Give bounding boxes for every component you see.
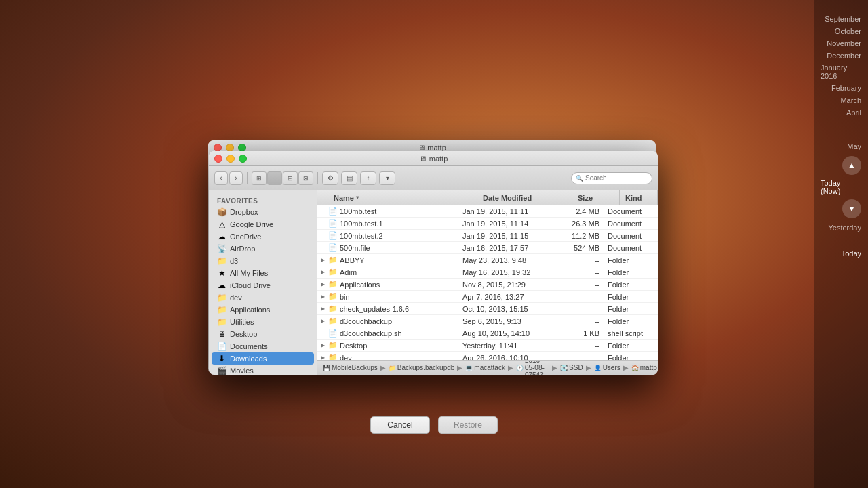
month-september: September	[825, 14, 861, 24]
sidebar-item-applications[interactable]: 📁 Applications	[212, 304, 314, 316]
month-october: October	[835, 26, 861, 37]
search-box[interactable]: 🔍	[571, 172, 652, 184]
users-icon: 👤	[594, 365, 601, 371]
file-area: Name ▾ Date Modified Size Kind 📄	[317, 190, 658, 375]
file-kind: shell script	[599, 329, 658, 338]
sidebar-item-icloud-drive[interactable]: ☁ iCloud Drive	[212, 279, 314, 291]
label-may: May	[847, 141, 861, 152]
sidebar-item-dropbox[interactable]: 📦 Dropbox	[212, 206, 314, 218]
file-size: --	[552, 342, 599, 350]
file-name: 📁 ABBYY	[328, 256, 457, 265]
time-up-button[interactable]: ▲	[842, 156, 861, 175]
file-kind: Document	[599, 232, 658, 240]
path-mobile-backups[interactable]: 💾 MobileBackups	[323, 364, 378, 371]
sort-arrow: ▾	[356, 195, 359, 201]
path-macattack[interactable]: 💻 macattack	[465, 364, 505, 371]
path-date[interactable]: 🕐 2016-05-08-07543...	[516, 360, 549, 375]
arrange-button[interactable]: ▤	[341, 171, 357, 185]
view-icon-button[interactable]: ⊞	[252, 171, 267, 185]
sidebar: Favorites 📦 Dropbox △ Google Drive ☁ One…	[209, 190, 317, 375]
sidebar-item-downloads[interactable]: ⬇ Downloads	[212, 352, 314, 365]
table-row[interactable]: 📄 100mb.test Jan 19, 2015, 11:11 2.4 MB …	[317, 205, 658, 218]
file-kind: Folder	[599, 317, 658, 325]
close-button[interactable]	[214, 155, 222, 163]
action-button[interactable]: ⚙	[322, 171, 338, 185]
table-row[interactable]: 📄 500m.file Jan 16, 2015, 17:57 524 MB D…	[317, 242, 658, 254]
table-row[interactable]: 📄 100mb.test.1 Jan 19, 2015, 11:14 26.3 …	[317, 218, 658, 230]
forward-button[interactable]: ›	[229, 171, 243, 185]
sidebar-item-label: Desktop	[230, 330, 257, 338]
path-backups-db[interactable]: 📁 Backups.backupdb	[389, 364, 455, 371]
col-header-name[interactable]: Name ▾	[328, 190, 477, 205]
file-date: Nov 8, 2015, 21:29	[457, 281, 552, 289]
col-header-kind[interactable]: Kind	[620, 190, 658, 205]
table-row[interactable]: ▶ 📁 check_updates-1.6.6 Oct 10, 2013, 15…	[317, 303, 658, 315]
sidebar-item-desktop[interactable]: 🖥 Desktop	[212, 328, 314, 340]
sidebar-item-dev[interactable]: 📁 dev	[212, 291, 314, 304]
table-row[interactable]: ▶ 📁 Adim May 16, 2015, 19:32 -- Folder	[317, 266, 658, 279]
file-date: Apr 26, 2016, 10:10	[457, 354, 552, 361]
backups-db-icon: 📁	[389, 365, 396, 371]
file-name: 📁 bin	[328, 292, 457, 302]
maximize-button[interactable]	[239, 155, 247, 163]
restore-button[interactable]: Restore	[438, 416, 498, 434]
share-button[interactable]: ↑	[360, 171, 376, 185]
expand-arrow[interactable]: ▶	[317, 257, 328, 263]
sidebar-item-all-my-files[interactable]: ★ All My Files	[212, 267, 314, 279]
sidebar-item-onedrive[interactable]: ☁ OneDrive	[212, 230, 314, 243]
table-row[interactable]: ▶ 📁 d3couchbackup Sep 6, 2015, 9:13 -- F…	[317, 315, 658, 327]
file-date: Jan 19, 2015, 11:14	[457, 220, 552, 228]
month-april: April	[846, 107, 861, 118]
expand-arrow[interactable]: ▶	[317, 354, 328, 360]
expand-arrow[interactable]: ▶	[317, 306, 328, 312]
month-january: January 2016	[821, 62, 861, 81]
table-row[interactable]: ▶ 📁 Desktop Yesterday, 11:41 -- Folder	[317, 340, 658, 352]
month-december: December	[827, 50, 861, 61]
status-bar: 💾 MobileBackups ▶ 📁 Backups.backupdb ▶ 💻…	[317, 360, 658, 375]
file-date: Aug 10, 2015, 14:10	[457, 329, 552, 338]
minimize-button[interactable]	[226, 155, 235, 163]
col-header-date[interactable]: Date Modified	[477, 190, 572, 205]
sidebar-item-movies[interactable]: 🎬 Movies	[212, 365, 314, 375]
back-button[interactable]: ‹	[214, 171, 228, 185]
time-down-button[interactable]: ▼	[842, 199, 861, 218]
nav-buttons: ‹ ›	[214, 171, 243, 185]
file-list[interactable]: 📄 100mb.test Jan 19, 2015, 11:11 2.4 MB …	[317, 205, 658, 360]
path-ssd[interactable]: 💽 SSD	[560, 364, 583, 371]
expand-arrow[interactable]: ▶	[317, 293, 328, 300]
file-size: --	[552, 354, 599, 361]
sidebar-item-label: Utilities	[230, 318, 254, 326]
table-row[interactable]: 📄 d3couchbackup.sh Aug 10, 2015, 14:10 1…	[317, 327, 658, 340]
table-row[interactable]: ▶ 📁 bin Apr 7, 2016, 13:27 -- Folder	[317, 291, 658, 303]
expand-arrow[interactable]: ▶	[317, 281, 328, 287]
sidebar-item-label: dev	[230, 293, 242, 302]
date-icon: 🕐	[516, 365, 524, 371]
file-size: 11.2 MB	[552, 232, 599, 240]
file-size: 524 MB	[552, 244, 599, 252]
sidebar-item-documents[interactable]: 📄 Documents	[212, 340, 314, 352]
sidebar-item-airdrop[interactable]: 📡 AirDrop	[212, 243, 314, 255]
title-icon: 🖥	[419, 155, 427, 163]
view-column-button[interactable]: ⊟	[283, 171, 298, 185]
cancel-button[interactable]: Cancel	[370, 416, 430, 434]
table-row[interactable]: ▶ 📁 ABBYY May 23, 2013, 9:48 -- Folder	[317, 254, 658, 266]
expand-arrow[interactable]: ▶	[317, 318, 328, 324]
search-input[interactable]	[585, 174, 646, 182]
folder-icon: 📁	[328, 292, 338, 302]
table-row[interactable]: ▶ 📁 Applications Nov 8, 2015, 21:29 -- F…	[317, 279, 658, 291]
path-mattp[interactable]: 🏠 mattp	[631, 364, 657, 371]
view-cover-button[interactable]: ⊠	[298, 171, 313, 185]
expand-arrow[interactable]: ▶	[317, 269, 328, 275]
col-header-size[interactable]: Size	[572, 190, 620, 205]
table-row[interactable]: 📄 100mb.test.2 Jan 19, 2015, 11:15 11.2 …	[317, 230, 658, 242]
expand-arrow[interactable]: ▶	[317, 342, 328, 348]
folder-icon: 📁	[328, 341, 338, 350]
sidebar-item-d3[interactable]: 📁 d3	[212, 255, 314, 267]
view-list-button[interactable]: ☰	[267, 171, 282, 185]
path-users[interactable]: 👤 Users	[594, 364, 620, 371]
sidebar-item-google-drive[interactable]: △ Google Drive	[212, 218, 314, 230]
sidebar-item-utilities[interactable]: 📁 Utilities	[212, 316, 314, 328]
edit-tags-button[interactable]: ▾	[379, 171, 395, 185]
table-row[interactable]: ▶ 📁 dev Apr 26, 2016, 10:10 -- Folder	[317, 352, 658, 360]
today-now-label: Today (Now)	[821, 179, 861, 195]
